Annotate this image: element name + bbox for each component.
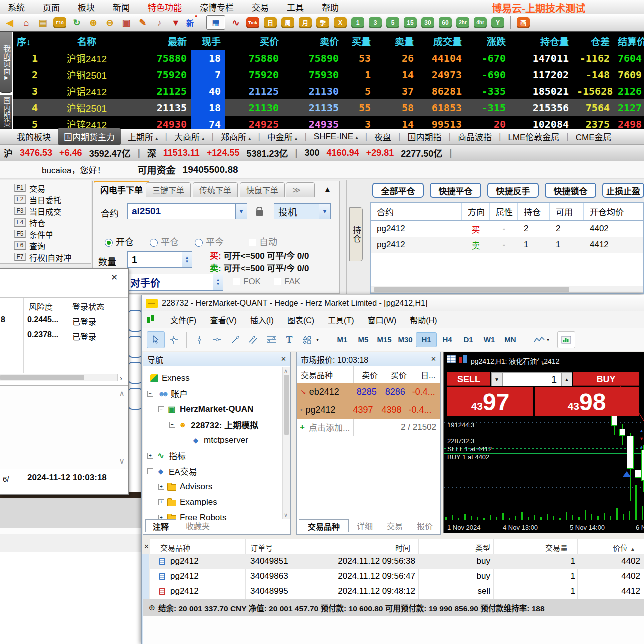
tab-symbols[interactable]: 交易品种 xyxy=(299,519,349,532)
mw-col-symbol[interactable]: 交易品种 xyxy=(301,366,333,383)
scroll-right-icon[interactable] xyxy=(120,374,122,382)
period-60-button[interactable]: 60 xyxy=(439,17,452,28)
mt5-menu-charts[interactable]: 图表(C) xyxy=(287,314,314,326)
timeframe-m15[interactable]: M15 xyxy=(374,332,395,347)
quote-row[interactable]: 5沪锌2412249307424925249353149951320102084… xyxy=(13,116,644,129)
timeframe-m5[interactable]: M5 xyxy=(353,332,374,347)
col-vol[interactable]: 成交量 xyxy=(418,32,466,50)
nav-item-mtctpserver[interactable]: ◆mtctpserver xyxy=(191,432,248,448)
menu-features[interactable]: 特色功能 xyxy=(148,1,182,13)
nav-item-exness[interactable]: Exness xyxy=(150,370,190,386)
col-login-state[interactable]: 登录状态 xyxy=(72,300,104,312)
sell-price[interactable]: 4397 xyxy=(447,387,533,416)
nav-item-accounts[interactable]: ☻☻账户 xyxy=(147,386,188,401)
fkey-positions[interactable]: F4持仓 xyxy=(0,217,91,228)
zoom-in-icon[interactable]: ⊕ xyxy=(87,17,99,29)
tbx-col-order[interactable]: 订单号 xyxy=(250,542,273,553)
channel-icon[interactable] xyxy=(244,331,262,348)
refresh-icon[interactable]: ↻ xyxy=(71,17,83,29)
chevron-down-icon[interactable] xyxy=(316,337,319,342)
timeframe-h1[interactable]: H1 xyxy=(416,332,437,347)
quote-row-selected[interactable]: 4沪铝250121135182113021135555861853-315215… xyxy=(13,99,644,116)
timeframe-m30[interactable]: M30 xyxy=(395,332,416,347)
auto-checkbox[interactable]: 自动 xyxy=(249,235,277,248)
zoom-out-icon[interactable]: ⊖ xyxy=(104,17,116,29)
mt5-menu-tools[interactable]: 工具(T) xyxy=(328,314,354,326)
mw-row-eb2412[interactable]: ↘ eb2412 8285 8286 -0.4... xyxy=(297,383,440,401)
spinner-icon[interactable] xyxy=(182,252,192,267)
vertical-line-icon[interactable] xyxy=(190,331,208,348)
eject-icon[interactable]: ▲ xyxy=(324,185,331,193)
col-settle[interactable]: 结算价 xyxy=(614,32,644,50)
col-last[interactable]: 最新 xyxy=(132,32,191,50)
close-icon[interactable] xyxy=(281,355,286,363)
tab-trading[interactable]: 交易 xyxy=(382,519,408,532)
draw-button[interactable]: 画 xyxy=(517,17,530,28)
collapse-icon[interactable] xyxy=(147,391,153,397)
chart-line-icon[interactable]: ∿ xyxy=(230,17,242,29)
chart-grid-icon[interactable] xyxy=(447,355,456,365)
quick-lock-button[interactable]: 快捷锁仓 xyxy=(545,183,596,198)
tbx-col-volume[interactable]: 交易量 xyxy=(545,542,568,553)
horn-icon[interactable]: ♪ xyxy=(153,17,165,29)
expand-icon[interactable] xyxy=(147,453,153,459)
volume-up-button[interactable]: ▲ xyxy=(561,372,572,386)
blocks-icon[interactable]: ▣ xyxy=(120,17,132,29)
home-icon[interactable]: ⌂ xyxy=(20,17,32,29)
pen-icon[interactable]: ✎ xyxy=(137,17,149,29)
shapes-icon[interactable] xyxy=(298,331,316,348)
dialog-hscrollbar[interactable] xyxy=(0,374,118,381)
objects-icon[interactable] xyxy=(557,331,575,348)
fibonacci-icon[interactable] xyxy=(262,331,280,348)
fkey-fills[interactable]: F3当日成交 xyxy=(0,205,91,217)
period-2hr-button[interactable]: 2hr xyxy=(456,17,469,28)
side-tab-domestic-futures[interactable]: 国内期货 xyxy=(0,95,12,129)
radio-open[interactable]: 开仓 xyxy=(105,235,134,248)
mw-col-daily[interactable]: 日... xyxy=(421,366,435,383)
tab-lme[interactable]: LME伦敦金属 xyxy=(508,130,559,143)
filter-icon[interactable]: ▼ xyxy=(170,17,182,29)
expand-icon[interactable] xyxy=(158,484,164,490)
mt5-menu-insert[interactable]: 插入(I) xyxy=(250,314,274,326)
col-diff[interactable]: 仓差 xyxy=(573,32,614,50)
tab-dce[interactable]: 大商所 xyxy=(174,130,205,143)
tbx-col-price[interactable]: 价位 xyxy=(613,542,635,553)
lock-icon[interactable] xyxy=(256,210,263,216)
fkey-orders[interactable]: F2当日委托 xyxy=(0,194,91,205)
nav-item-account[interactable]: ☻228732: 上期模拟 xyxy=(169,417,258,432)
more-tabs-chevron-icon[interactable]: ≫ xyxy=(286,182,315,197)
chevron-down-icon[interactable] xyxy=(547,337,549,342)
mt5-menu-view[interactable]: 查看(V) xyxy=(210,314,236,326)
crosshair-icon[interactable] xyxy=(165,331,183,348)
scroll-up-icon[interactable] xyxy=(119,389,125,398)
mw-col-ask[interactable]: 卖价 xyxy=(362,366,378,383)
tab-domestic-main[interactable]: 国内期货主力 xyxy=(58,128,121,145)
menu-help[interactable]: 帮助 xyxy=(322,1,339,13)
col-lot[interactable]: 现手 xyxy=(191,32,225,50)
mw-add-symbol[interactable]: +点击添加... xyxy=(300,419,350,435)
period-4hr-button[interactable]: 4hr xyxy=(474,17,487,28)
tab-night[interactable]: 夜盘 xyxy=(374,130,391,143)
tab-czce[interactable]: 郑商所 xyxy=(221,130,251,143)
close-icon[interactable] xyxy=(144,542,149,551)
cursor-icon[interactable] xyxy=(147,331,165,348)
timeframe-mn[interactable]: MN xyxy=(500,332,521,347)
fkey-conditional[interactable]: F5条件单 xyxy=(0,228,91,240)
tab-shfe-ine[interactable]: SHFE-INE xyxy=(314,132,358,142)
tab-classic-order[interactable]: 传统下单 xyxy=(193,182,238,197)
mw-row-pg2412[interactable]: • pg2412 4397 4398 -0.4... xyxy=(297,401,440,419)
tab-index-futures[interactable]: 国内期指 xyxy=(408,130,442,143)
volume-input[interactable]: 1 xyxy=(502,372,561,386)
scroll-thumb[interactable] xyxy=(0,375,84,380)
scroll-thumb[interactable] xyxy=(374,287,569,292)
quote-row[interactable]: 1沪铜241275880187588075890532644104-670147… xyxy=(13,50,644,66)
side-tab-my-page[interactable]: 我的页面▶ xyxy=(0,32,12,93)
period-15-button[interactable]: 15 xyxy=(404,17,417,28)
period-tick-button[interactable]: Tick xyxy=(246,17,259,28)
fkey-query[interactable]: F6查询 xyxy=(0,240,91,251)
period-1-button[interactable]: 1 xyxy=(351,17,364,28)
timeframe-h4[interactable]: H4 xyxy=(437,332,458,347)
menu-column[interactable]: 濠博专栏 xyxy=(200,1,234,13)
close-all-button[interactable]: 全部平仓 xyxy=(372,183,424,198)
quote-row[interactable]: 3沪铝24122112540211252113053786281-3351850… xyxy=(13,83,644,99)
